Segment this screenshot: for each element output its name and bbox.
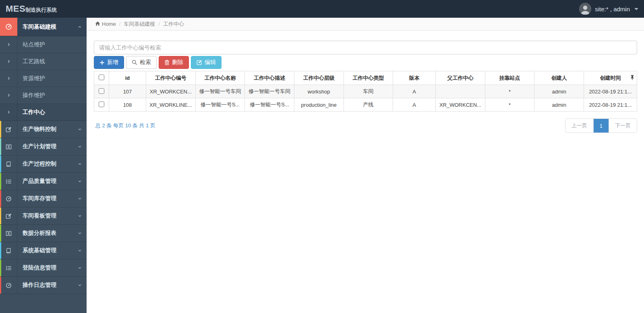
search-button[interactable]: 检索: [126, 56, 157, 69]
chevron-right-icon: [0, 104, 17, 120]
column-header-description: 工作中心描述: [245, 71, 294, 85]
edit-button[interactable]: 编辑: [191, 56, 222, 69]
sidebar-item-resource-maintenance[interactable]: 资源维护: [0, 70, 87, 87]
chevron-down-icon: [73, 207, 87, 224]
breadcrumb-separator: /: [119, 21, 121, 27]
breadcrumb: Home / 车间基础建模 / 工作中心: [87, 18, 644, 31]
add-button[interactable]: 新增: [94, 56, 124, 69]
work-center-table: id 工作中心编号 工作中心名称 工作中心描述 工作中心层级 工作中心类型 版本…: [94, 71, 637, 112]
sidebar-item-inventory-management[interactable]: 车间库存管理: [0, 190, 87, 207]
select-all-checkbox[interactable]: [99, 75, 104, 80]
cell-created-time: 2022-08-19 21:1...: [584, 85, 637, 98]
accent-strip: [0, 138, 1, 155]
columns-icon: [0, 225, 17, 242]
sidebar-item-analysis-reports[interactable]: 数据分析报表: [0, 225, 87, 242]
sidebar-item-label: 生产计划管理: [17, 138, 73, 155]
cell-parent: XR_WORKCEN...: [436, 98, 485, 112]
cell-type: 车间: [344, 85, 393, 98]
top-bar: MES制造执行系统 site:* , admin: [0, 0, 644, 18]
app-logo: MES制造执行系统: [6, 4, 57, 14]
home-icon: [95, 21, 100, 27]
edit-button-label: 编辑: [205, 59, 216, 66]
row-checkbox[interactable]: [99, 102, 104, 107]
select-all-cell: [94, 71, 109, 85]
sidebar-item-operation-maintenance[interactable]: 操作维护: [0, 87, 87, 104]
cell-id: 108: [109, 98, 146, 112]
chevron-down-icon: [73, 121, 87, 138]
sidebar-item-label: 车间库存管理: [17, 190, 73, 207]
edit-icon: [197, 60, 202, 65]
sidebar-item-login-info-management[interactable]: 登陆信息管理: [0, 259, 87, 277]
chevron-up-icon: [73, 18, 87, 36]
pagination: 总 2 条 每页 10 条 共 1 页 上一页 1 下一页: [94, 118, 637, 133]
cell-creator: admin: [534, 98, 584, 112]
book-icon: [0, 155, 17, 172]
chevron-down-icon: [73, 277, 87, 294]
dashboard-icon: [0, 190, 17, 207]
chevron-down-icon: [73, 173, 87, 190]
chevron-down-icon: [73, 242, 87, 259]
table-row[interactable]: 108 XR_WORKLINE... 修一智能一号S... 修一智能一号S...…: [94, 98, 637, 112]
cell-level: production_line: [294, 98, 344, 112]
avatar: [579, 3, 591, 15]
plus-icon: [99, 60, 105, 65]
logo-text-secondary: 制造执行系统: [25, 6, 57, 14]
cell-station: *: [485, 98, 534, 112]
sidebar-item-quality-management[interactable]: 产品质量管理: [0, 173, 87, 190]
search-button-label: 检索: [140, 59, 151, 66]
delete-button-label: 删除: [172, 59, 183, 66]
sidebar-item-station-maintenance[interactable]: 站点维护: [0, 36, 87, 53]
prev-page-button[interactable]: 上一页: [565, 119, 593, 133]
page-1-button[interactable]: 1: [593, 119, 609, 133]
user-label: site:* , admin: [595, 6, 630, 12]
search-input[interactable]: [94, 41, 637, 54]
pin-icon[interactable]: [630, 75, 634, 81]
chevron-down-icon: [73, 155, 87, 172]
chevron-down-icon: [634, 8, 638, 10]
cell-station: *: [485, 85, 534, 98]
breadcrumb-level1[interactable]: 车间基础建模: [124, 21, 155, 28]
table-row[interactable]: 107 XR_WORKCEN... 修一智能一号车间 修一智能一号车间 work…: [94, 85, 637, 98]
sidebar-item-process-route[interactable]: 工艺路线: [0, 53, 87, 70]
column-header-station: 挂靠站点: [485, 71, 534, 85]
sidebar-item-process-control[interactable]: 生产过程控制: [0, 155, 87, 173]
sidebar-item-label: 工艺路线: [17, 53, 87, 70]
sidebar-item-workshop-modeling[interactable]: 车间基础建模: [0, 18, 87, 36]
user-menu[interactable]: site:* , admin: [579, 3, 638, 15]
row-checkbox[interactable]: [99, 88, 104, 94]
breadcrumb-home[interactable]: Home: [95, 21, 116, 27]
main-area: Home / 车间基础建模 / 工作中心 新增 检索: [87, 18, 644, 313]
cell-parent: [436, 85, 485, 98]
cell-name: 修一智能一号S...: [195, 98, 245, 112]
accent-strip: [0, 190, 1, 207]
trash-icon: [164, 60, 170, 65]
cell-description: 修一智能一号S...: [245, 98, 294, 112]
breadcrumb-current: 工作中心: [163, 21, 184, 28]
list-icon: [0, 259, 17, 276]
sidebar-item-work-center[interactable]: 工作中心: [0, 104, 87, 121]
sidebar-item-label: 产品质量管理: [17, 173, 73, 190]
delete-button[interactable]: 删除: [159, 56, 189, 69]
accent-strip: [0, 259, 1, 276]
sidebar-item-label: 数据分析报表: [17, 225, 73, 242]
column-header-code: 工作中心编号: [146, 71, 196, 85]
sidebar-item-label: 操作日志管理: [17, 277, 73, 294]
sidebar-item-label: 资源维护: [17, 70, 87, 87]
sidebar-item-board-management[interactable]: 车间看板管理: [0, 207, 87, 225]
sidebar-item-material-control[interactable]: 生产物料控制: [0, 121, 87, 138]
cell-name: 修一智能一号车间: [195, 85, 245, 98]
next-page-button[interactable]: 下一页: [609, 119, 637, 133]
app-window: MES制造执行系统 site:* , admin 车间基础建模: [0, 0, 644, 313]
pencil-square-icon: [0, 207, 17, 224]
sidebar-item-operation-log-management[interactable]: 操作日志管理: [0, 277, 87, 294]
sidebar-item-label: 操作维护: [17, 87, 87, 104]
sidebar-item-plan-management[interactable]: 生产计划管理: [0, 138, 87, 155]
sidebar: 车间基础建模 站点维护 工艺路线 资源维护 操作维护: [0, 18, 87, 313]
sidebar-item-system-management[interactable]: 系统基础管理: [0, 242, 87, 259]
sidebar-item-label: 站点维护: [17, 36, 87, 53]
column-header-created-time: 创建时间: [584, 71, 637, 85]
chevron-down-icon: [73, 259, 87, 276]
breadcrumb-home-label: Home: [102, 21, 116, 27]
sidebar-item-label: 系统基础管理: [17, 242, 73, 259]
sidebar-item-label: 登陆信息管理: [17, 259, 73, 276]
